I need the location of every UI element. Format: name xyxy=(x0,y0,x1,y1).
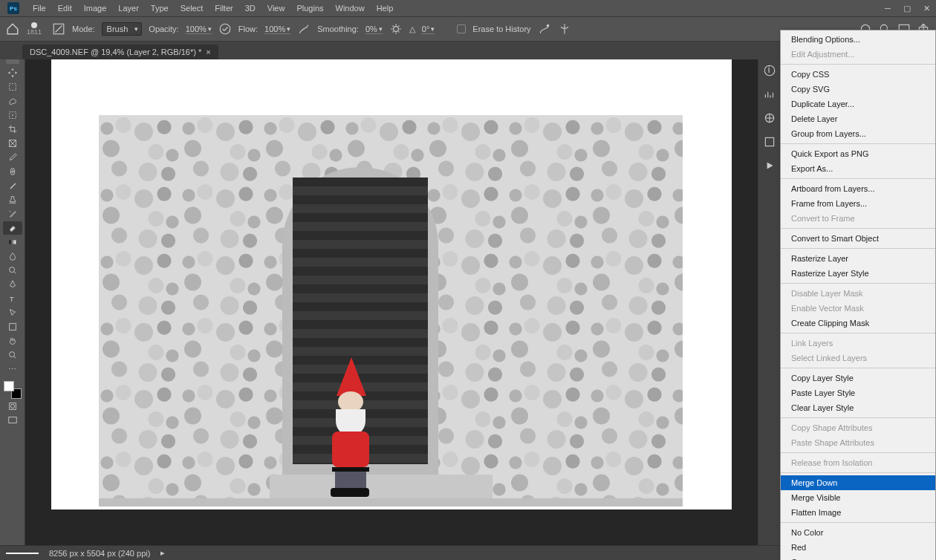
stamp-tool[interactable] xyxy=(3,193,22,206)
screen-mode-icon[interactable] xyxy=(3,414,22,427)
ctx-copy-layer-style[interactable]: Copy Layer Style xyxy=(781,371,935,385)
shape-tool[interactable] xyxy=(3,320,22,333)
ctx-merge-visible[interactable]: Merge Visible xyxy=(781,490,935,505)
ctx-convert-to-smart-object[interactable]: Convert to Smart Object xyxy=(781,231,935,246)
canvas xyxy=(51,59,732,509)
close-tab-icon[interactable]: × xyxy=(206,48,210,56)
tools-panel: T ⋯ xyxy=(0,59,25,545)
lasso-tool[interactable] xyxy=(3,94,22,108)
hand-tool[interactable] xyxy=(3,334,22,348)
ctx-quick-export-as-png[interactable]: Quick Export as PNG xyxy=(781,146,935,161)
pen-tool[interactable] xyxy=(3,278,22,291)
wand-tool[interactable] xyxy=(3,108,22,122)
svg-text:T: T xyxy=(9,295,13,303)
smoothing-input[interactable]: 0% xyxy=(365,25,383,34)
libraries-panel-icon[interactable] xyxy=(763,135,776,149)
tablet-pressure-icon[interactable] xyxy=(538,22,551,36)
healing-tool[interactable] xyxy=(3,165,22,178)
ctx-group-from-layers[interactable]: Group from Layers... xyxy=(781,126,935,141)
menu-view[interactable]: View xyxy=(261,0,291,16)
eyedropper-tool[interactable] xyxy=(3,151,22,164)
flow-label: Flow: xyxy=(238,25,258,33)
ctx-edit-adjustment: Edit Adjustment... xyxy=(781,47,935,62)
ctx-merge-down[interactable]: Merge Down xyxy=(781,475,935,490)
move-tool[interactable] xyxy=(3,66,22,79)
menu-image[interactable]: Image xyxy=(78,0,113,16)
opacity-input[interactable]: 100% xyxy=(186,25,212,34)
zoom-tool[interactable] xyxy=(3,348,22,362)
angle-input[interactable]: 0° xyxy=(422,25,435,34)
menu-type[interactable]: Type xyxy=(145,0,175,16)
ctx-rasterize-layer[interactable]: Rasterize Layer xyxy=(781,251,935,266)
erase-history-checkbox[interactable] xyxy=(457,25,466,33)
color-swatch[interactable] xyxy=(4,381,22,399)
airbrush-icon[interactable] xyxy=(297,22,311,36)
ctx-artboard-from-layers[interactable]: Artboard from Layers... xyxy=(781,181,935,196)
svg-rect-21 xyxy=(8,417,16,423)
gnome-subject xyxy=(326,357,386,488)
ctx-disable-layer-mask: Disable Layer Mask xyxy=(781,286,935,301)
ctx-duplicate-layer[interactable]: Duplicate Layer... xyxy=(781,97,935,111)
panel-grip[interactable] xyxy=(6,59,19,64)
collapsed-panels-strip: i xyxy=(758,59,780,545)
status-caret[interactable]: ▸ xyxy=(160,548,165,558)
menu-3d[interactable]: 3D xyxy=(239,0,261,16)
pressure-opacity-icon[interactable] xyxy=(218,22,232,36)
minimize-button[interactable]: ─ xyxy=(878,0,897,16)
menu-filter[interactable]: Filter xyxy=(209,0,238,16)
adjustments-panel-icon[interactable] xyxy=(763,111,776,125)
brush-tool[interactable] xyxy=(3,179,22,192)
histogram-panel-icon[interactable] xyxy=(763,88,776,101)
eraser-tool[interactable] xyxy=(3,221,22,235)
document-tab[interactable]: DSC_4009.NEF @ 19,4% (Layer 2, RGB/16*) … xyxy=(22,45,218,59)
edit-toolbar[interactable]: ⋯ xyxy=(3,362,22,376)
svg-point-15 xyxy=(9,267,14,273)
ctx-no-color[interactable]: No Color xyxy=(781,525,935,540)
ctx-flatten-image[interactable]: Flatten Image xyxy=(781,505,935,520)
ctx-create-clipping-mask[interactable]: Create Clipping Mask xyxy=(781,316,935,331)
menu-plugins[interactable]: Plugins xyxy=(290,0,329,16)
close-window-button[interactable]: ✕ xyxy=(917,0,936,16)
smoothing-gear-icon[interactable] xyxy=(389,22,403,36)
menu-select[interactable]: Select xyxy=(175,0,209,16)
menu-window[interactable]: Window xyxy=(330,0,371,16)
ctx-copy-css[interactable]: Copy CSS xyxy=(781,67,935,82)
brush-toggle-icon[interactable] xyxy=(52,22,65,36)
ctx-delete-layer[interactable]: Delete Layer xyxy=(781,111,935,126)
ctx-red[interactable]: Red xyxy=(781,540,935,555)
info-panel-icon[interactable]: i xyxy=(763,64,776,77)
marquee-tool[interactable] xyxy=(3,80,22,94)
ctx-copy-svg[interactable]: Copy SVG xyxy=(781,82,935,97)
ctx-rasterize-layer-style[interactable]: Rasterize Layer Style xyxy=(781,266,935,281)
mode-select[interactable]: Brush xyxy=(102,22,143,36)
ctx-paste-layer-style[interactable]: Paste Layer Style xyxy=(781,385,935,400)
symmetry-icon[interactable] xyxy=(558,22,571,36)
quick-mask-icon[interactable] xyxy=(3,400,22,413)
home-icon[interactable] xyxy=(6,22,19,36)
menu-help[interactable]: Help xyxy=(371,0,400,16)
ctx-frame-from-layers[interactable]: Frame from Layers... xyxy=(781,196,935,211)
maximize-button[interactable]: ▢ xyxy=(897,0,917,16)
ctx-clear-layer-style[interactable]: Clear Layer Style xyxy=(781,400,935,415)
menu-edit[interactable]: Edit xyxy=(52,0,78,16)
gradient-tool[interactable] xyxy=(3,235,22,249)
flow-input[interactable]: 100% xyxy=(264,25,290,34)
ctx-orange[interactable]: Orange xyxy=(781,555,935,560)
history-brush-tool[interactable] xyxy=(3,207,22,221)
layer-context-menu: Blending Options...Edit Adjustment...Cop… xyxy=(780,30,936,560)
canvas-area[interactable] xyxy=(25,59,758,545)
type-tool[interactable]: T xyxy=(3,292,22,305)
angle-icon: △ xyxy=(409,25,415,34)
menu-layer[interactable]: Layer xyxy=(112,0,145,16)
actions-panel-icon[interactable] xyxy=(763,159,776,172)
ctx-blending-options[interactable]: Blending Options... xyxy=(781,32,935,47)
zoom-field[interactable] xyxy=(6,553,39,554)
frame-tool[interactable] xyxy=(3,137,22,150)
path-select-tool[interactable] xyxy=(3,306,22,319)
ctx-export-as[interactable]: Export As... xyxy=(781,161,935,176)
blur-tool[interactable] xyxy=(3,250,22,263)
brush-preview[interactable]: 1811 xyxy=(26,21,42,37)
dodge-tool[interactable] xyxy=(3,264,22,277)
menu-file[interactable]: File xyxy=(27,0,52,16)
crop-tool[interactable] xyxy=(3,123,22,136)
